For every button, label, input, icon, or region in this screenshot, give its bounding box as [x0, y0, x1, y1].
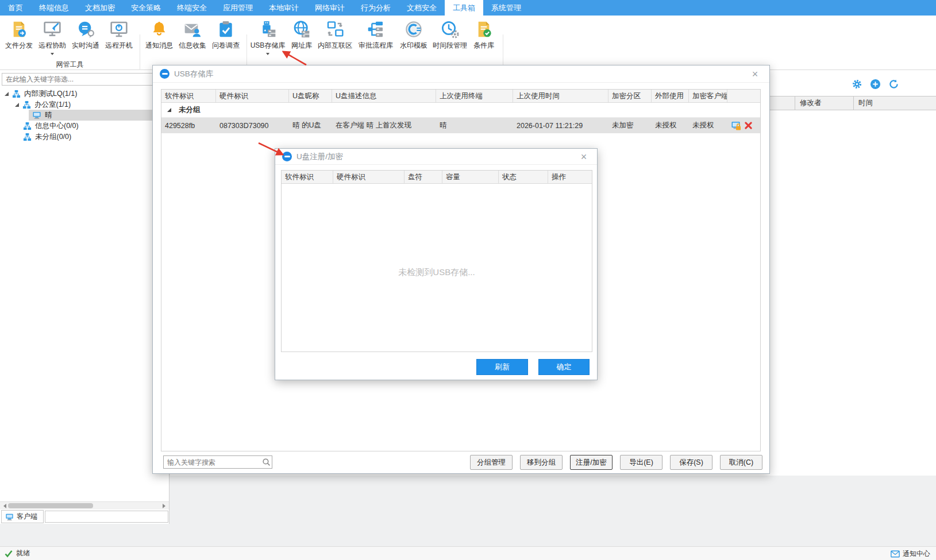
register-table-header: 软件标识 硬件标识 盘符 容量 状态 操作: [282, 171, 592, 184]
menu-item-local-audit[interactable]: 本地审计: [261, 0, 307, 16]
col-software-id[interactable]: 软件标识: [282, 171, 333, 183]
usb-table-row[interactable]: 429528fb 087303D73090 晴 的U盘 在客户端 晴 上首次发现…: [161, 118, 760, 133]
org-group-icon: [23, 133, 32, 141]
search-icon[interactable]: [262, 458, 271, 466]
menu-item-security-policy[interactable]: 安全策略: [123, 0, 169, 16]
tool-time-period-mgmt[interactable]: 时间段管理: [432, 18, 468, 59]
col-capacity[interactable]: 容量: [442, 171, 499, 183]
gear-icon[interactable]: [852, 79, 862, 90]
register-encrypt-button[interactable]: 注册/加密: [570, 455, 613, 470]
usb-storage-icon: [259, 20, 277, 38]
tool-remote-poweron[interactable]: 远程开机: [103, 18, 134, 59]
scroll-right-icon[interactable]: [163, 504, 168, 508]
refresh-icon[interactable]: [888, 79, 899, 90]
expander-icon[interactable]: [167, 108, 171, 112]
cell-hardware-id: 087303D73090: [216, 122, 289, 130]
dialog-titlebar: U盘注册/加密: [275, 149, 597, 165]
menu-item-app-mgmt[interactable]: 应用管理: [215, 0, 261, 16]
col-last-terminal[interactable]: 上次使用终端: [436, 90, 513, 102]
tab-side-input[interactable]: [45, 511, 168, 523]
col-external-use[interactable]: 外部使用: [652, 90, 689, 102]
col-operation[interactable]: 操作: [548, 171, 592, 183]
tool-notify-message[interactable]: 通知消息: [143, 18, 175, 59]
tab-client[interactable]: 客户端: [1, 510, 44, 523]
keyword-search-box: [163, 455, 272, 469]
tool-questionnaire[interactable]: 问卷调查: [210, 18, 242, 59]
clipboard-check-icon: [217, 20, 235, 38]
group-manage-button[interactable]: 分组管理: [470, 455, 513, 470]
tree-filter-input[interactable]: [2, 73, 167, 86]
col-description[interactable]: U盘描述信息: [332, 90, 436, 102]
tool-url-lib[interactable]: 网址库: [288, 18, 315, 59]
cell-encrypted-partition: 未加密: [608, 121, 652, 130]
menu-item-home[interactable]: 首页: [0, 0, 31, 16]
tool-file-distribution[interactable]: 文件分发: [3, 18, 34, 59]
cell-last-terminal: 晴: [436, 121, 513, 130]
org-group-icon: [12, 90, 21, 98]
col-hardware-id[interactable]: 硬件标识: [216, 90, 289, 102]
menu-item-behavior-analysis[interactable]: 行为分析: [353, 0, 399, 16]
menu-item-doc-encrypt[interactable]: 文档加密: [77, 0, 123, 16]
tree-item-office[interactable]: 办公室(1/1): [0, 99, 170, 110]
confirm-button[interactable]: 确定: [538, 359, 590, 375]
col-hardware-id[interactable]: 硬件标识: [333, 171, 405, 183]
tool-realtime-chat[interactable]: 实时沟通: [70, 18, 101, 59]
encrypt-client-icon[interactable]: [731, 121, 742, 131]
computer-icon: [32, 111, 41, 119]
tool-usb-storage-lib[interactable]: USB存储库: [250, 18, 286, 59]
left-panel-tabs: 客户端: [0, 510, 170, 524]
tool-info-collect[interactable]: 信息收集: [176, 18, 209, 59]
bell-icon: [150, 20, 168, 38]
expander-icon[interactable]: [15, 103, 19, 107]
main-toolbar-icons: [852, 79, 899, 90]
tool-internal-interconnect[interactable]: 内部互联区: [317, 18, 353, 59]
menu-item-doc-security[interactable]: 文档安全: [399, 0, 445, 16]
terminal-tree-panel: 内部测试LQ(1/1) 办公室(1/1) 晴 信息中心(0/0) 未分组(0/0…: [0, 70, 170, 524]
col-status[interactable]: 状态: [499, 171, 548, 183]
chevron-down-icon: [51, 53, 54, 57]
col-last-time[interactable]: 上次使用时间: [513, 90, 608, 102]
tool-approval-flow-lib[interactable]: 审批流程库: [356, 18, 396, 59]
column-header-modifier[interactable]: 修改者: [795, 96, 853, 110]
delete-x-icon[interactable]: [745, 122, 752, 129]
col-encrypted-client[interactable]: 加密客户端: [689, 90, 727, 102]
tree-item-terminal-qing[interactable]: 晴: [0, 110, 170, 121]
tree-item-label: 信息中心(0/0): [35, 121, 79, 131]
close-icon[interactable]: ×: [577, 150, 590, 163]
tree-item-root[interactable]: 内部测试LQ(1/1): [0, 88, 170, 99]
tree-item-ungrouped[interactable]: 未分组(0/0): [0, 132, 170, 142]
move-to-group-button[interactable]: 移到分组: [520, 455, 563, 470]
col-nickname[interactable]: U盘昵称: [289, 90, 332, 102]
scroll-left-icon[interactable]: [1, 504, 6, 508]
horizontal-scrollbar[interactable]: [0, 501, 169, 509]
cancel-button[interactable]: 取消(C): [720, 455, 762, 470]
group-row-ungrouped[interactable]: 未分组: [161, 103, 760, 118]
close-icon[interactable]: ×: [749, 68, 761, 80]
tool-watermark-template[interactable]: 水印模板: [398, 18, 429, 59]
app-logo-icon: [282, 152, 292, 161]
expander-icon[interactable]: [5, 92, 9, 96]
menu-item-network-audit[interactable]: 网络审计: [307, 0, 353, 16]
keyword-search-input[interactable]: [164, 456, 261, 468]
tool-condition-lib[interactable]: 条件库: [469, 18, 498, 59]
col-encrypted-partition[interactable]: 加密分区: [608, 90, 652, 102]
menu-item-terminal-info[interactable]: 终端信息: [31, 0, 77, 16]
status-ok-icon: [5, 550, 13, 558]
add-icon[interactable]: [870, 79, 881, 90]
notification-center[interactable]: 通知中心: [891, 547, 930, 560]
tool-remote-assist[interactable]: 远程协助: [37, 18, 68, 59]
export-button[interactable]: 导出(E): [620, 455, 662, 470]
flow-icon: [367, 20, 385, 38]
col-software-id[interactable]: 软件标识: [161, 90, 216, 102]
tree-item-label: 未分组(0/0): [35, 132, 71, 142]
menu-item-system-mgmt[interactable]: 系统管理: [483, 0, 529, 16]
refresh-button[interactable]: 刷新: [476, 359, 528, 375]
envelope-person-icon: [183, 20, 202, 38]
column-header-time[interactable]: 时间: [853, 96, 936, 110]
scrollbar-thumb[interactable]: [8, 503, 93, 508]
menu-item-toolbox[interactable]: 工具箱: [445, 0, 483, 16]
tree-item-info-center[interactable]: 信息中心(0/0): [0, 121, 170, 132]
col-drive-letter[interactable]: 盘符: [405, 171, 442, 183]
save-button[interactable]: 保存(S): [670, 455, 712, 470]
menu-item-terminal-security[interactable]: 终端安全: [169, 0, 215, 16]
